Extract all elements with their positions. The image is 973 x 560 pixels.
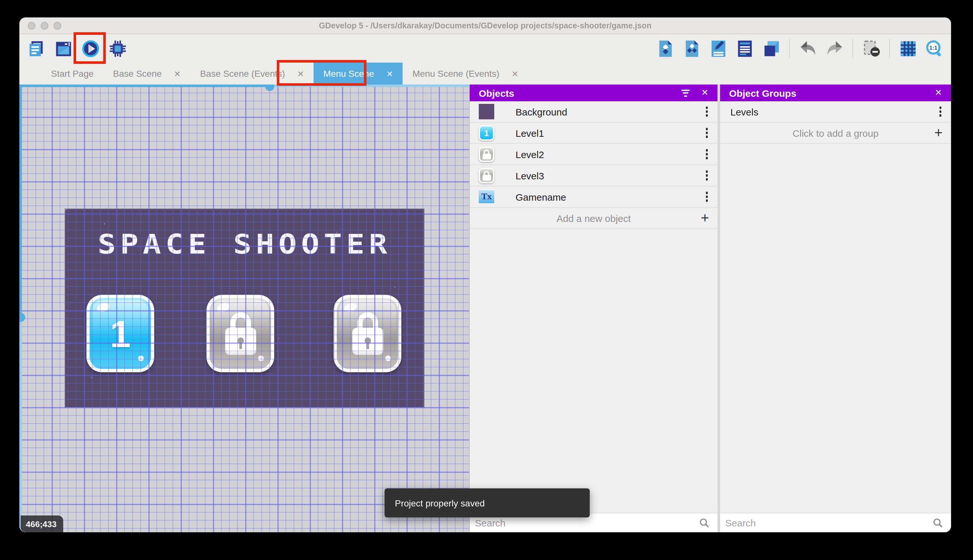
panels-divider[interactable] (718, 85, 720, 532)
tab-base-scene-events[interactable]: Base Scene (Events) ✕ (190, 63, 313, 85)
kebab-menu-icon[interactable] (939, 107, 941, 117)
level1-digit: 1 (110, 312, 131, 355)
tab-bar: Start Page Base Scene ✕ Base Scene (Even… (19, 63, 951, 85)
toast-message: Project properly saved (395, 498, 485, 508)
filter-icon[interactable] (681, 89, 690, 97)
object-row-background[interactable]: Background (470, 101, 718, 123)
object-row-gamename[interactable]: Tx Gamename (470, 187, 718, 208)
kebab-menu-icon[interactable] (706, 171, 708, 181)
open-properties-button[interactable] (708, 38, 728, 59)
gdevelop-window: GDevelop 5 - /Users/dkarakay/Documents/G… (19, 17, 951, 532)
gloss-dot (385, 355, 391, 361)
add-group-label: Click to add a group (793, 127, 879, 138)
tab-base-scene[interactable]: Base Scene ✕ (103, 63, 190, 85)
project-manager-button[interactable] (26, 38, 47, 59)
tab-label: Base Scene (Events) (200, 68, 285, 79)
vertical-scrollbar[interactable] (19, 85, 22, 321)
zoom-original-button[interactable]: 1:1 (924, 38, 945, 59)
tab-close-icon[interactable]: ✕ (387, 69, 393, 78)
group-row-levels[interactable]: Levels (720, 101, 951, 123)
horizontal-scrollbar[interactable] (19, 85, 270, 87)
toolbar-right-group: 1:1 (655, 38, 945, 59)
open-objects-editor-button[interactable] (655, 38, 676, 59)
plus-icon[interactable]: + (701, 211, 709, 225)
debug-button[interactable] (107, 38, 128, 59)
open-layers-editor-button[interactable] (761, 38, 781, 59)
vertical-scrollbar-knob[interactable] (19, 313, 25, 322)
main-toolbar: 1:1 (19, 34, 951, 63)
object-name: Gamename (515, 191, 566, 202)
svg-text:1:1: 1:1 (929, 45, 937, 51)
start-page-button[interactable] (53, 38, 73, 59)
kebab-menu-icon[interactable] (706, 128, 708, 138)
object-name: Background (515, 106, 567, 117)
level3-button-instance[interactable] (333, 295, 402, 372)
level1-button-thumbnail: 1 (479, 125, 494, 141)
object-row-level2[interactable]: Level2 (470, 144, 718, 165)
undo-button[interactable] (798, 38, 818, 59)
object-groups-panel-title: Object Groups (729, 87, 796, 98)
toggle-window-mask-button[interactable] (861, 38, 881, 59)
level1-button-instance[interactable]: 1 (87, 295, 154, 372)
add-new-object-label: Add a new object (556, 213, 631, 223)
search-icon (699, 517, 710, 528)
open-instances-list-button[interactable] (734, 38, 755, 59)
object-name: Level1 (515, 127, 544, 138)
object-row-level3[interactable]: Level3 (470, 165, 718, 187)
tab-start-page[interactable]: Start Page (41, 63, 103, 85)
kebab-menu-icon[interactable] (706, 149, 708, 159)
redo-button[interactable] (824, 38, 845, 59)
text-object-icon: Tx (479, 189, 494, 205)
gloss-highlight (343, 301, 358, 313)
tab-label: Base Scene (113, 68, 162, 79)
kebab-menu-icon[interactable] (706, 107, 708, 117)
lock-icon (352, 312, 383, 355)
window-title: GDevelop 5 - /Users/dkarakay/Documents/G… (19, 17, 951, 33)
lock-icon (225, 312, 256, 355)
open-object-groups-editor-button[interactable] (681, 38, 702, 59)
toolbar-separator (889, 39, 890, 58)
kebab-menu-icon[interactable] (706, 192, 708, 202)
tab-menu-scene[interactable]: Menu Scene ✕ (313, 63, 403, 85)
close-object-groups-panel-icon[interactable]: ✕ (935, 89, 942, 97)
close-objects-panel-icon[interactable]: ✕ (701, 89, 708, 97)
object-row-level1[interactable]: 1 Level1 (470, 123, 718, 144)
objects-panel-title: Objects (479, 87, 514, 98)
tab-label: Menu Scene (323, 68, 374, 79)
add-group-row[interactable]: Click to add a group + (720, 123, 951, 144)
start-page-window-icon (54, 39, 73, 58)
play-icon (81, 39, 100, 58)
horizontal-scrollbar-knob[interactable] (265, 85, 274, 91)
redo-icon (825, 39, 844, 58)
save-toast: Project properly saved (385, 488, 590, 517)
gloss-dot (138, 355, 144, 361)
grid-icon (898, 39, 917, 58)
scene-preview[interactable]: SPACE SHOOTER 1 (65, 209, 424, 407)
tab-label: Start Page (51, 68, 93, 79)
tab-close-icon[interactable]: ✕ (174, 69, 181, 78)
scene-canvas[interactable]: SPACE SHOOTER 1 (19, 85, 469, 532)
toolbar-separator (852, 39, 853, 58)
tab-label: Menu Scene (Events) (412, 68, 499, 79)
level2-button-instance[interactable] (207, 295, 274, 372)
cursor-coordinates-badge: 466;433 (21, 515, 63, 532)
add-new-object-row[interactable]: Add a new object + (470, 208, 718, 229)
debug-icon (108, 39, 127, 58)
objects-search-input[interactable] (470, 517, 699, 529)
play-button[interactable] (80, 38, 101, 59)
object-groups-search-input[interactable] (720, 517, 932, 529)
undo-icon (798, 39, 817, 58)
search-icon (932, 517, 943, 528)
locked-button-thumbnail (479, 168, 494, 183)
scene-stars-decoration (65, 209, 67, 210)
titlebar: GDevelop 5 - /Users/dkarakay/Documents/G… (19, 17, 951, 34)
toolbar-left-group (26, 38, 128, 59)
plus-icon[interactable]: + (934, 126, 943, 140)
tab-close-icon[interactable]: ✕ (511, 69, 518, 78)
tab-close-icon[interactable]: ✕ (297, 69, 304, 78)
toggle-grid-button[interactable] (898, 38, 918, 59)
scene-title-text[interactable]: SPACE SHOOTER (43, 228, 445, 260)
window-mask-icon (862, 39, 880, 58)
tab-menu-scene-events[interactable]: Menu Scene (Events) ✕ (403, 63, 528, 85)
toolbar-separator (789, 39, 790, 58)
